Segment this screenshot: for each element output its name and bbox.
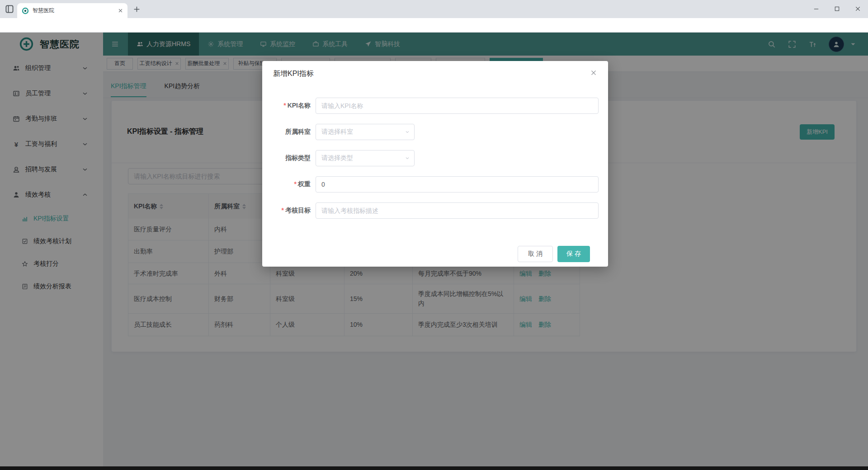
add-kpi-modal: 新增KPI指标 *KPI名称所属科室请选择科室指标类型请选择类型*权重*考核目标… (262, 61, 608, 267)
KPI名称-input[interactable] (316, 98, 599, 114)
form-row-1: 所属科室请选择科室 (262, 124, 608, 140)
field-label: *考核目标 (262, 207, 311, 215)
form-row-2: 指标类型请选择类型 (262, 150, 608, 166)
browser-tabstrip: 智慧医院 (0, 0, 868, 18)
browser-toolbar: localhost/rlzygl/jxkh/kpizbsz (0, 18, 868, 33)
window-minimize-icon[interactable] (806, 0, 826, 17)
new-tab-icon[interactable] (133, 5, 141, 13)
required-asterisk: * (283, 102, 286, 109)
required-asterisk: * (294, 180, 297, 188)
field-label: 所属科室 (262, 128, 311, 136)
select-chevron-icon (405, 129, 410, 135)
window-close-icon[interactable] (847, 0, 868, 17)
tab-title: 智慧医院 (33, 7, 118, 14)
app: 智慧医院 人力资源HRMS系统管理系统监控系统工具智脑科技 组织管理员工管理考勤… (0, 33, 868, 466)
tab-close-icon[interactable] (118, 8, 123, 13)
cancel-button[interactable]: 取 消 (518, 246, 553, 262)
required-asterisk: * (282, 207, 284, 214)
form-row-4: *考核目标 (262, 202, 608, 219)
field-label: *KPI名称 (262, 102, 311, 110)
form-row-3: *权重 (262, 176, 608, 193)
所属科室-select[interactable]: 请选择科室 (316, 124, 415, 140)
save-button[interactable]: 保 存 (557, 246, 590, 262)
screen: 智慧医院 localhost/rlzygl/jxkh/kpizbsz 智慧医院 … (0, 0, 868, 470)
form-row-0: *KPI名称 (262, 98, 608, 114)
field-label: *权重 (262, 180, 311, 188)
modal-footer: 取 消 保 存 (518, 246, 590, 262)
taskbar-edge (0, 466, 868, 470)
tab-list-icon[interactable] (5, 4, 14, 14)
modal-title: 新增KPI指标 (273, 69, 314, 79)
browser-tab[interactable]: 智慧医院 (17, 3, 127, 18)
权重-input[interactable] (316, 176, 599, 193)
考核目标-input[interactable] (316, 202, 599, 219)
modal-close-icon[interactable] (590, 69, 597, 76)
window-controls (806, 0, 868, 18)
favicon-icon (22, 7, 29, 14)
field-label: 指标类型 (262, 154, 311, 162)
window-maximize-icon[interactable] (826, 0, 847, 17)
指标类型-select[interactable]: 请选择类型 (316, 150, 415, 166)
select-chevron-icon (405, 155, 410, 161)
